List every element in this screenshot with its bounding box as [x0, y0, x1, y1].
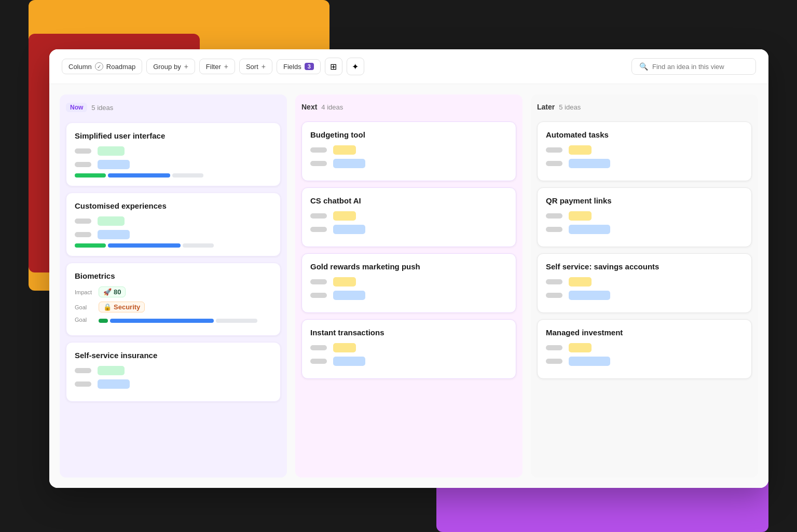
pill-blue-light-wide	[569, 225, 610, 234]
bio-row-goal: Goal 🔒 Security	[75, 302, 272, 312]
progress-row	[75, 243, 272, 248]
pill-blue-light	[98, 230, 130, 239]
card-title: Self service: savings accounts	[546, 262, 743, 271]
ai-icon: ✦	[352, 62, 359, 72]
card-row	[310, 357, 507, 366]
pill-gray	[310, 161, 327, 166]
pill-gray	[310, 227, 327, 232]
card-row	[546, 343, 743, 352]
card-row	[75, 216, 272, 226]
roadmap-label: Roadmap	[106, 63, 135, 71]
card-row	[546, 277, 743, 287]
card-self-service-insurance[interactable]: Self-service insurance	[66, 342, 281, 402]
security-badge: 🔒 Security	[99, 302, 145, 312]
card-row	[310, 291, 507, 300]
card-row	[310, 277, 507, 287]
pill-yellow	[569, 211, 592, 221]
card-row	[75, 230, 272, 239]
card-title: Budgeting tool	[310, 130, 507, 139]
card-budgeting-tool[interactable]: Budgeting tool	[301, 121, 516, 181]
card-title: Automated tasks	[546, 130, 743, 139]
group-by-button[interactable]: Group by +	[146, 59, 195, 74]
fields-button[interactable]: Fields 3	[277, 59, 321, 74]
card-row	[310, 225, 507, 234]
security-text: Security	[114, 303, 140, 311]
bar-gray	[183, 243, 214, 248]
sort-button[interactable]: Sort +	[239, 59, 272, 74]
ai-button[interactable]: ✦	[347, 58, 364, 75]
pill-blue-light-wide	[569, 291, 610, 300]
column-later: Later 5 ideas Automated tasks QR pay	[531, 94, 758, 478]
column-next: Next 4 ideas Budgeting tool CS chatb	[295, 94, 523, 478]
next-label: Next	[301, 103, 317, 111]
column-next-header: Next 4 ideas	[301, 101, 516, 115]
pill-gray	[310, 147, 327, 153]
progress-row	[99, 319, 257, 323]
pill-gray	[546, 213, 562, 219]
card-biometrics[interactable]: Biometrics Impact 🚀 80 Goal 🔒 Security	[66, 263, 281, 336]
view-toggle-button[interactable]: ⊞	[325, 58, 342, 75]
sort-label: Sort	[246, 63, 258, 71]
now-count: 5 ideas	[91, 104, 113, 112]
pill-yellow	[333, 277, 356, 287]
goal-label: Goal	[75, 304, 94, 310]
search-icon: 🔍	[639, 62, 648, 71]
search-box[interactable]: 🔍	[631, 58, 756, 75]
bio-row-impact: Impact 🚀 80	[75, 287, 272, 297]
pill-gray	[546, 279, 562, 284]
column-button[interactable]: Column ✓ Roadmap	[62, 59, 142, 74]
card-row	[310, 145, 507, 155]
pill-yellow	[333, 343, 356, 352]
card-qr-payment[interactable]: QR payment links	[537, 187, 752, 247]
pill-gray	[310, 345, 327, 350]
pill-blue-light-wide	[569, 159, 610, 168]
card-customised-experiences[interactable]: Customised experiences	[66, 193, 281, 256]
pill-yellow	[569, 145, 592, 155]
card-managed-investment[interactable]: Managed investment	[537, 319, 752, 379]
card-title: Simplified user interface	[75, 131, 272, 140]
check-icon: ✓	[95, 62, 103, 71]
toolbar: Column ✓ Roadmap Group by + Filter + Sor…	[49, 49, 768, 84]
bar-green	[75, 173, 106, 178]
pill-green	[98, 216, 125, 226]
now-badge: Now	[66, 103, 87, 112]
pill-gray	[310, 213, 327, 219]
goal-label-2: Goal	[75, 317, 94, 323]
card-instant-transactions[interactable]: Instant transactions	[301, 319, 516, 379]
security-icon: 🔒	[103, 303, 112, 311]
card-savings-accounts[interactable]: Self service: savings accounts	[537, 253, 752, 313]
card-row	[310, 211, 507, 221]
card-title: CS chatbot AI	[310, 196, 507, 205]
bar-green-dark	[99, 319, 108, 323]
card-cs-chatbot[interactable]: CS chatbot AI	[301, 187, 516, 247]
card-row	[75, 146, 272, 156]
card-automated-tasks[interactable]: Automated tasks	[537, 121, 752, 181]
pill-gray	[75, 162, 91, 167]
card-title: Self-service insurance	[75, 351, 272, 360]
impact-badge: 🚀 80	[99, 287, 126, 297]
filter-button[interactable]: Filter +	[199, 59, 235, 74]
card-row	[546, 145, 743, 155]
pill-yellow	[333, 145, 356, 155]
progress-row	[75, 173, 272, 178]
column-now: Now 5 ideas Simplified user interface	[60, 94, 287, 478]
pill-gray	[310, 293, 327, 298]
group-by-label: Group by	[153, 63, 181, 71]
pill-blue-light	[333, 357, 365, 366]
card-title: Biometrics	[75, 271, 272, 280]
pill-gray	[75, 219, 91, 224]
view-toggle-icon: ⊞	[330, 62, 337, 72]
column-now-header: Now 5 ideas	[66, 101, 281, 116]
pill-gray	[75, 381, 91, 387]
search-input[interactable]	[652, 63, 748, 71]
bio-row-goal2: Goal	[75, 317, 272, 323]
pill-blue-light	[333, 291, 365, 300]
card-row	[75, 379, 272, 389]
card-simplified-ui[interactable]: Simplified user interface	[66, 122, 281, 186]
bar-gray	[172, 173, 203, 178]
card-row	[546, 159, 743, 168]
pill-gray	[546, 359, 562, 364]
card-gold-rewards[interactable]: Gold rewards marketing push	[301, 253, 516, 313]
pill-blue-light	[333, 159, 365, 168]
card-title: Gold rewards marketing push	[310, 262, 507, 271]
